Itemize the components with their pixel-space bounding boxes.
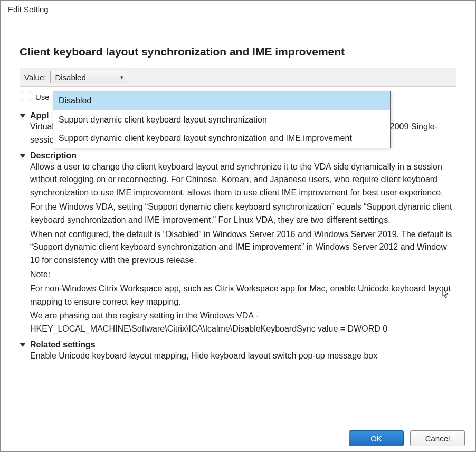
use-default-label: Use [35,92,50,101]
chevron-down-icon: ▾ [120,74,123,81]
description-p3: When not configured, the default is “Dis… [30,228,456,267]
section-related: Related settings Enable Unicode keyboard… [20,340,456,363]
value-option-sync[interactable]: Support dynamic client keyboard layout s… [53,110,390,129]
dialog-footer: OK Cancel [1,425,475,451]
description-p5: For non-Windows Citrix Workspace app, su… [30,282,456,309]
section-description: Description Allows a user to change the … [20,151,456,336]
description-p2: For the Windows VDA, setting “Support dy… [30,201,456,227]
ok-button[interactable]: OK [349,430,404,446]
cancel-button[interactable]: Cancel [410,430,465,446]
section-description-body: Allows a user to change the client keybo… [30,161,456,336]
value-label: Value: [24,73,47,82]
section-applies-to-title: Appl [30,111,49,120]
value-combobox-text: Disabled [55,73,85,82]
description-p4: Note: [30,268,456,281]
section-related-title: Related settings [30,340,96,350]
description-p1: Allows a user to change the client keybo… [30,161,456,200]
edit-setting-dialog: Edit Setting Client keyboard layout sync… [0,0,476,452]
triangle-down-icon [20,114,26,118]
description-p6: We are phasing out the registry setting … [30,309,456,336]
value-dropdown[interactable]: Disabled Support dynamic client keyboard… [53,91,391,148]
section-description-header[interactable]: Description [20,151,456,161]
setting-heading: Client keyboard layout synchronization a… [20,45,456,58]
use-default-checkbox[interactable] [22,92,31,101]
value-option-disabled[interactable]: Disabled [53,91,390,110]
value-row: Value: Disabled ▾ [20,68,456,87]
section-description-title: Description [30,151,77,161]
window-title: Edit Setting [1,1,475,17]
triangle-down-icon [20,343,26,347]
section-related-body: Enable Unicode keyboard layout mapping, … [30,350,456,363]
value-combobox[interactable]: Disabled ▾ [50,71,127,83]
value-option-sync-ime[interactable]: Support dynamic client keyboard layout s… [53,129,390,148]
section-related-header[interactable]: Related settings [20,340,456,350]
triangle-down-icon [20,154,26,158]
